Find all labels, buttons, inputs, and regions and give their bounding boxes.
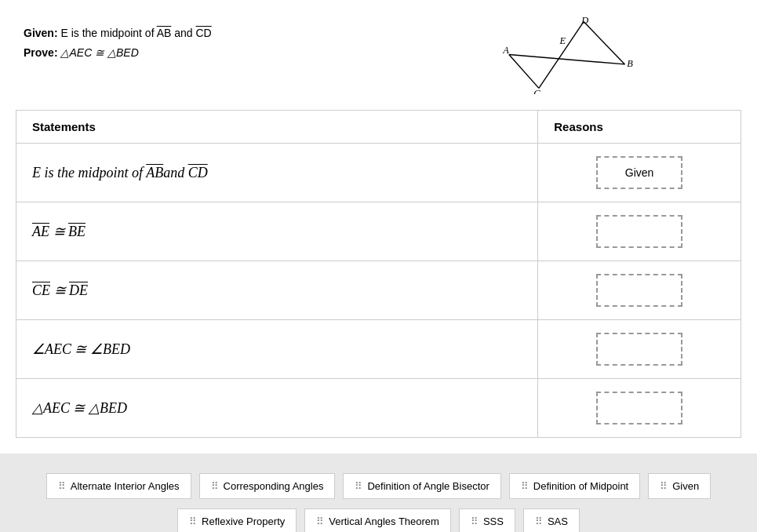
given-label: Given: xyxy=(24,27,58,39)
drag-row-1: Alternate Interior Angles Corresponding … xyxy=(16,473,741,499)
reason-drop-5[interactable] xyxy=(596,392,682,425)
table-row: AE ≅ BE xyxy=(16,202,741,261)
table-row: E is the midpoint of ABand CD Given xyxy=(16,144,741,202)
point-d-label: D xyxy=(580,16,588,26)
drag-items-area: Alternate Interior Angles Corresponding … xyxy=(0,454,757,532)
reason-drop-2[interactable] xyxy=(596,215,682,248)
reason-3[interactable] xyxy=(538,261,741,320)
reason-4[interactable] xyxy=(538,320,741,379)
ab-segment: AB xyxy=(157,27,172,39)
table-row: ∠AEC ≅ ∠BED xyxy=(16,320,741,379)
reason-1[interactable]: Given xyxy=(538,144,741,202)
point-e-label: E xyxy=(559,35,566,46)
ab-overline: AB xyxy=(146,165,163,180)
de-overline: DE xyxy=(69,282,88,298)
drag-sas[interactable]: SAS xyxy=(523,508,580,532)
drag-definition-midpoint[interactable]: Definition of Midpoint xyxy=(509,473,640,499)
point-c-label: C xyxy=(533,88,540,94)
main-container: Given: E is the midpoint of AB and CD Pr… xyxy=(0,0,757,532)
svg-line-1 xyxy=(539,22,584,89)
statement-3: CE ≅ DE xyxy=(16,261,538,320)
svg-line-0 xyxy=(509,55,625,64)
ae-overline: AE xyxy=(32,224,49,239)
diagram-area: A E B C D xyxy=(482,16,733,94)
statement-2: AE ≅ BE xyxy=(16,202,538,261)
reason-5[interactable] xyxy=(538,379,741,438)
drag-row-2: Reflexive Property Vertical Angles Theor… xyxy=(16,508,741,532)
prove-content: △AEC ≅ △BED xyxy=(60,46,138,59)
statement-1: E is the midpoint of ABand CD xyxy=(16,144,538,202)
cd-segment: CD xyxy=(195,27,211,39)
geometry-diagram: A E B C D xyxy=(482,16,655,94)
table-row: CE ≅ DE xyxy=(16,261,741,320)
prove-label: Prove: xyxy=(24,46,58,59)
given-reason-box[interactable]: Given xyxy=(596,156,682,189)
statement-4: ∠AEC ≅ ∠BED xyxy=(16,320,538,379)
reason-drop-3[interactable] xyxy=(596,274,682,307)
statements-header: Statements xyxy=(16,111,538,144)
cd-overline: CD xyxy=(188,165,208,180)
drag-vertical-angles-theorem[interactable]: Vertical Angles Theorem xyxy=(304,508,451,532)
given-content: E is the midpoint of AB and CD xyxy=(60,27,211,39)
point-b-label: B xyxy=(627,58,633,69)
reason-drop-4[interactable] xyxy=(596,333,682,366)
drag-sss[interactable]: SSS xyxy=(459,508,515,532)
prove-line: Prove: △AEC ≅ △BED xyxy=(24,43,212,63)
svg-line-2 xyxy=(509,55,539,89)
top-section: Given: E is the midpoint of AB and CD Pr… xyxy=(0,0,757,102)
drag-definition-angle-bisector[interactable]: Definition of Angle Bisector xyxy=(343,473,500,499)
point-a-label: A xyxy=(502,45,509,56)
reason-2[interactable] xyxy=(538,202,741,261)
table-row: △AEC ≅ △BED xyxy=(16,379,741,438)
drag-alternate-interior-angles[interactable]: Alternate Interior Angles xyxy=(46,473,191,499)
reasons-header: Reasons xyxy=(538,111,741,144)
statement-5: △AEC ≅ △BED xyxy=(16,379,538,438)
given-prove-text: Given: E is the midpoint of AB and CD Pr… xyxy=(24,16,212,63)
drag-corresponding-angles[interactable]: Corresponding Angles xyxy=(199,473,336,499)
drag-given[interactable]: Given xyxy=(648,473,711,499)
proof-table: Statements Reasons E is the midpoint of … xyxy=(16,110,741,438)
svg-line-3 xyxy=(584,22,624,64)
ce-overline: CE xyxy=(32,282,50,298)
be-overline: BE xyxy=(68,224,86,239)
drag-reflexive-property[interactable]: Reflexive Property xyxy=(177,508,297,532)
given-line: Given: E is the midpoint of AB and CD xyxy=(24,24,212,43)
